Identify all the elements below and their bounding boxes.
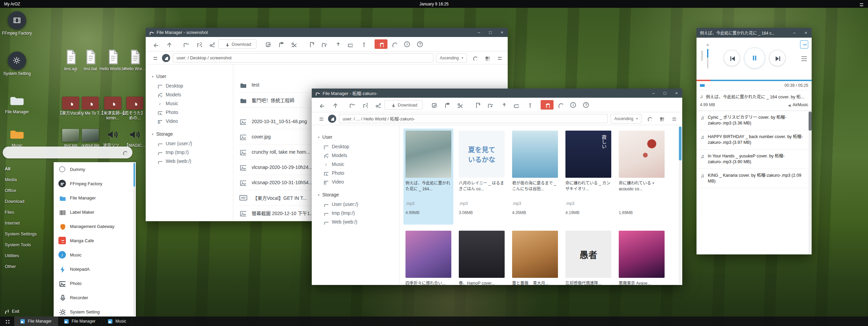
scrollbar[interactable] [679, 126, 682, 284]
close-button[interactable]: × [800, 28, 812, 38]
close-button[interactable]: × [496, 28, 508, 37]
file-tile-selected[interactable]: 例えば、今此処に置かれた花に _ 164... .mp3 4.99MB [403, 129, 453, 225]
app-item-ffmpeg-factory[interactable]: FFmpeg Factory [54, 176, 136, 191]
path-input[interactable]: user: / ... / Hello World / 柘榴-zakuro- [339, 114, 608, 123]
sidebar-section-user[interactable]: ▾ User [312, 132, 399, 142]
sidebar-item-web-drive[interactable]: Web (web:/) [146, 157, 233, 166]
titlebar[interactable]: File Manager - screenshot – □ × [146, 28, 508, 37]
app-item-photo[interactable]: Photo [54, 276, 136, 290]
desktop-launcher-music[interactable]: Music [2, 123, 32, 148]
menu-icon[interactable] [858, 2, 868, 6]
taskbar-item-music[interactable]: Music [102, 317, 132, 326]
volume-slider[interactable]: + Volume [703, 42, 713, 69]
cut-button[interactable] [288, 39, 300, 49]
file-tile[interactable]: 夏を見て いるかな 八月のレイニー _ はるまきごはん co... .mp3 3… [457, 129, 507, 225]
file-tile[interactable]: 君が夜の海に還るまで _ こんにちは谷田... .mp3 4.35MB [510, 129, 560, 225]
search-icon[interactable] [470, 53, 479, 63]
sidebar-item-user-drive[interactable]: User (user:/) [312, 200, 399, 209]
delete-button[interactable] [541, 100, 554, 110]
upload-button[interactable] [331, 39, 343, 49]
next-track-button[interactable] [769, 50, 785, 66]
back-button[interactable] [315, 100, 327, 110]
list-view-icon[interactable] [494, 53, 504, 63]
share-button[interactable] [372, 100, 384, 110]
paste-button[interactable] [275, 39, 287, 49]
dark-mode-moon-icon[interactable] [162, 54, 170, 62]
app-list-scrollbar[interactable] [133, 163, 135, 316]
storage-button[interactable] [510, 100, 522, 110]
sidebar-item-photo[interactable]: Photo [146, 108, 233, 117]
search-input[interactable] [3, 147, 132, 158]
sort-dropdown[interactable]: Ascending ▾ [436, 53, 467, 63]
info-button[interactable]: i [567, 100, 579, 110]
sidebar-item-video[interactable]: Video [146, 117, 233, 126]
back-button[interactable] [149, 39, 161, 49]
refresh-button[interactable] [554, 100, 566, 110]
maximize-button[interactable]: □ [485, 28, 496, 37]
category-internet[interactable]: Internet [0, 217, 53, 228]
file-tile[interactable]: 悪魔東京 Avase... [617, 229, 667, 285]
sidebar-section-storage[interactable]: ▾ Storage [146, 129, 233, 139]
file-tile[interactable]: 寂しい 命に嫌われている _ カンザキイオリ... .mp3 4.19MB [563, 129, 613, 225]
sidebar-item-photo[interactable]: Photo [312, 169, 399, 177]
sidebar-item-models[interactable]: Models [146, 90, 233, 99]
app-item-system-setting[interactable]: System Setting [54, 305, 136, 317]
category-utilities[interactable]: Utilities [0, 250, 53, 261]
exit-button[interactable]: Exit [4, 309, 19, 314]
category-office[interactable]: Office [0, 185, 53, 196]
category-all[interactable]: All [0, 163, 53, 174]
category-download[interactable]: Download [0, 196, 53, 207]
grid-view-icon[interactable] [656, 114, 666, 123]
file-tile[interactable]: 四季折々に擦れ合い... [403, 229, 453, 285]
minimize-button[interactable]: – [648, 89, 659, 98]
search-icon[interactable] [644, 114, 654, 123]
maximize-button[interactable]: □ [659, 89, 671, 98]
list-view-icon[interactable] [669, 114, 678, 123]
paste-button[interactable] [441, 100, 453, 110]
taskbar-item-file-manager-2[interactable]: File Manager [58, 317, 102, 326]
sidebar-item-tmp-drive[interactable]: tmp (tmp:/) [146, 148, 233, 157]
new-folder-button[interactable] [318, 39, 330, 49]
playlist-item[interactable]: ♫ KING _ Kanaria cover. by 柘榴-zakuro-.mp… [697, 169, 812, 188]
app-item-file-manager[interactable]: File Manager [54, 191, 136, 205]
sidebar-item-tmp-drive[interactable]: tmp (tmp:/) [312, 209, 399, 217]
help-button[interactable]: ? [414, 39, 426, 49]
desktop-launcher-system-setting[interactable]: System Setting [2, 52, 32, 76]
sidebar-item-music[interactable]: ♪ Music [312, 160, 399, 169]
category-files[interactable]: Files [0, 207, 53, 217]
rename-button[interactable] [523, 100, 535, 110]
dark-mode-moon-icon[interactable] [328, 115, 336, 123]
category-system-settings[interactable]: System Settings [0, 228, 53, 239]
sidebar-item-music[interactable]: ♪ Music [146, 99, 233, 108]
sidebar-item-video[interactable]: Video [312, 177, 399, 186]
share-button[interactable] [205, 39, 218, 49]
help-button[interactable]: ? [580, 100, 592, 110]
volume-up-label[interactable]: + [703, 42, 713, 47]
copy-button[interactable] [428, 100, 440, 110]
download-button[interactable]: Download [384, 100, 422, 110]
playlist-menu-icon[interactable] [800, 55, 807, 61]
open-button[interactable] [346, 100, 358, 110]
desktop-launcher-file-manager[interactable]: File Manager [2, 90, 32, 114]
category-system-tools[interactable]: System Tools [0, 239, 53, 250]
category-media[interactable]: Media [0, 174, 53, 185]
new-folder-button[interactable] [484, 100, 496, 110]
rename-button[interactable] [357, 39, 369, 49]
playlist-item[interactable]: ♫ Cynic _ ポリスピカデリー cover. by 柘榴-zakuro-.… [697, 111, 812, 130]
app-grid-icon[interactable] [0, 317, 14, 326]
playlist-item[interactable]: ♫ In Your Hands _ yusukeP cover. by 柘榴-z… [697, 150, 812, 169]
playlist-item[interactable]: ♫ HAPPY BIRTHDAY _ back number cover. by… [697, 130, 812, 150]
pause-button[interactable] [744, 47, 765, 69]
minimize-button[interactable]: – [789, 28, 800, 38]
taskbar-item-file-manager-1[interactable]: File Manager [14, 317, 58, 326]
sidebar-item-user-drive[interactable]: User (user:/) [146, 139, 233, 148]
app-item-dummy[interactable]: Dummy [54, 162, 136, 176]
copy-button[interactable] [262, 39, 274, 49]
path-input[interactable]: user: / Desktop / screenshot [173, 53, 433, 62]
category-other[interactable]: Other [0, 261, 53, 272]
sidebar-item-desktop[interactable]: Desktop [146, 81, 233, 90]
info-button[interactable]: i [401, 39, 413, 49]
upload-button[interactable] [497, 100, 509, 110]
open-in-new-button[interactable] [359, 100, 371, 110]
cut-button[interactable] [454, 100, 466, 110]
